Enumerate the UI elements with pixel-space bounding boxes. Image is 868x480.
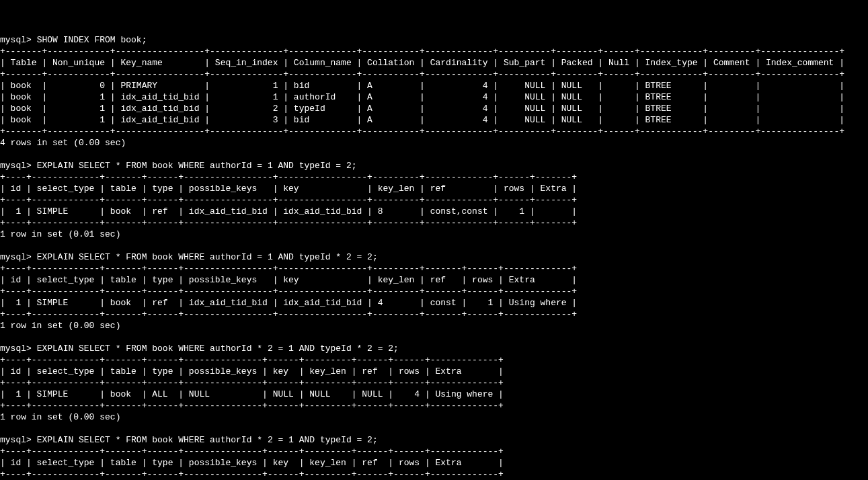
table-header: | id | select_type | table | type | poss…: [0, 184, 577, 194]
table-border: +----+-------------+-------+------+-----…: [0, 446, 504, 456]
table-header: | id | select_type | table | type | poss…: [0, 366, 504, 376]
table-header: | id | select_type | table | type | poss…: [0, 275, 577, 285]
table-row: | book | 1 | idx_aid_tid_bid | 3 | bid |…: [0, 115, 844, 125]
prompt: mysql>: [0, 344, 32, 354]
prompt: mysql>: [0, 35, 32, 45]
result-footer: 1 row in set (0.01 sec): [0, 229, 120, 239]
table-border: +----+-------------+-------+------+-----…: [0, 378, 504, 388]
table-border: +----+-------------+-------+------+-----…: [0, 309, 577, 319]
sql-command: EXPLAIN SELECT * FROM book WHERE authorI…: [37, 161, 357, 171]
table-border: +-------+------------+-----------------+…: [0, 46, 844, 56]
table-header: | Table | Non_unique | Key_name | Seq_in…: [0, 58, 844, 68]
sql-command: EXPLAIN SELECT * FROM book WHERE authorI…: [37, 252, 378, 262]
table-border: +----+-------------+-------+------+-----…: [0, 264, 577, 274]
table-border: +----+-------------+-------+------+-----…: [0, 401, 504, 411]
sql-command: SHOW INDEX FROM book;: [37, 35, 147, 45]
table-border: +----+-------------+-------+------+-----…: [0, 218, 577, 228]
result-footer: 1 row in set (0.00 sec): [0, 412, 120, 422]
table-border: +----+-------------+-------+------+-----…: [0, 286, 577, 296]
table-border: +----+-------------+-------+------+-----…: [0, 355, 504, 365]
table-row: | 1 | SIMPLE | book | ref | idx_aid_tid_…: [0, 206, 577, 216]
prompt: mysql>: [0, 252, 32, 262]
result-footer: 1 row in set (0.00 sec): [0, 321, 120, 331]
terminal-output: mysql> SHOW INDEX FROM book; +-------+--…: [0, 34, 868, 480]
result-footer: 4 rows in set (0.00 sec): [0, 138, 126, 148]
table-header: | id | select_type | table | type | poss…: [0, 458, 504, 468]
table-border: +-------+------------+-----------------+…: [0, 126, 844, 136]
prompt: mysql>: [0, 161, 32, 171]
table-border: +----+-------------+-------+------+-----…: [0, 469, 504, 479]
sql-command: EXPLAIN SELECT * FROM book WHERE authorI…: [37, 435, 378, 445]
table-row: | book | 1 | idx_aid_tid_bid | 2 | typeI…: [0, 104, 844, 114]
table-border: +----+-------------+-------+------+-----…: [0, 172, 577, 182]
table-border: +----+-------------+-------+------+-----…: [0, 195, 577, 205]
table-row: | 1 | SIMPLE | book | ref | idx_aid_tid_…: [0, 298, 577, 308]
prompt: mysql>: [0, 435, 32, 445]
sql-command: EXPLAIN SELECT * FROM book WHERE authorI…: [37, 344, 399, 354]
table-row: | 1 | SIMPLE | book | ALL | NULL | NULL …: [0, 389, 504, 399]
table-row: | book | 0 | PRIMARY | 1 | bid | A | 4 |…: [0, 81, 844, 91]
table-row: | book | 1 | idx_aid_tid_bid | 1 | autho…: [0, 92, 844, 102]
table-border: +-------+------------+-----------------+…: [0, 69, 844, 79]
